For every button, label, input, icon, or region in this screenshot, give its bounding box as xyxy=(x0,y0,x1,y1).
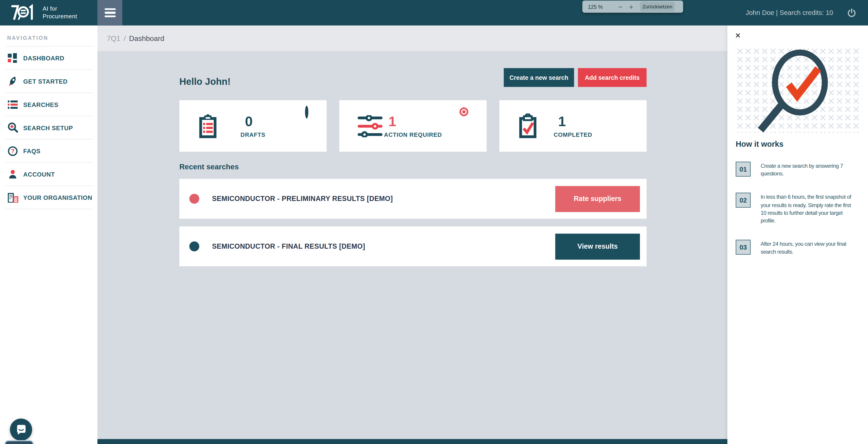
hamburger-icon xyxy=(104,8,116,10)
magnifier-illustration xyxy=(736,47,862,133)
buildings-icon xyxy=(7,192,18,202)
how-it-works-panel: × How it works xyxy=(727,26,868,444)
search-title: SEMICONDUCTOR - PRELIMINARY RESULTS [DEM… xyxy=(212,195,393,202)
step-text: In less than 6 hours, the first snapshot… xyxy=(761,193,851,225)
help-step-2: 02 In less than 6 hours, the first snaps… xyxy=(736,193,864,225)
brand-logo[interactable]: AI for Procurement xyxy=(0,0,97,26)
brand-tagline: AI for Procurement xyxy=(43,5,77,20)
sidebar-item-get-started[interactable]: GET STARTED xyxy=(0,70,97,92)
zoom-reset-button[interactable]: Zurücksetzen xyxy=(640,2,675,11)
dashboard-content: Hello John! Create a new search Add sear… xyxy=(97,51,727,266)
clipboard-list-icon xyxy=(197,113,218,139)
target-icon xyxy=(460,107,468,116)
sidebar-item-dashboard[interactable]: DASHBOARD xyxy=(0,46,97,69)
search-title: SEMICONDUCTOR - FINAL RESULTS [DEMO] xyxy=(212,243,365,250)
help-steps: 01 Create a new search by answering 7 qu… xyxy=(736,162,864,271)
content-header: Hello John! Create a new search Add sear… xyxy=(179,68,647,88)
status-dot-completed xyxy=(189,242,199,251)
recent-searches-heading: Recent searches xyxy=(179,163,647,171)
search-row-preliminary: SEMICONDUCTOR - PRELIMINARY RESULTS [DEM… xyxy=(179,179,647,219)
person-icon xyxy=(7,169,18,179)
rocket-icon xyxy=(7,76,18,87)
clipboard-check-icon xyxy=(518,113,538,139)
body-row: NAVIGATION DASHBOARD xyxy=(0,26,868,444)
power-icon xyxy=(847,8,856,17)
stat-label: ACTION REQUIRED xyxy=(384,131,442,138)
sidebar-item-your-organisation[interactable]: YOUR ORGANISATION xyxy=(0,186,97,209)
breadcrumb-current: Dashboard xyxy=(129,34,164,42)
stat-card-drafts[interactable]: 0 DRAFTS xyxy=(179,100,327,152)
question-circle-icon: ? xyxy=(7,146,18,156)
stat-card-completed[interactable]: 1 COMPLETED xyxy=(499,100,647,152)
list-icon xyxy=(7,100,18,109)
sidebar: NAVIGATION DASHBOARD xyxy=(0,26,97,444)
nav-section-label: NAVIGATION xyxy=(7,35,97,41)
header-actions: Create a new search Add search credits xyxy=(504,68,647,87)
close-icon[interactable]: × xyxy=(735,31,741,40)
stat-value: 0 xyxy=(245,114,253,129)
help-step-3: 03 After 24 hours, you can view your fin… xyxy=(736,240,864,256)
rate-suppliers-button[interactable]: Rate suppliers xyxy=(555,186,640,212)
add-credits-button[interactable]: Add search credits xyxy=(578,68,647,87)
app-root: AI for Procurement 125 % − + Zurücksetze… xyxy=(0,0,868,444)
stat-value-block: 1 COMPLETED xyxy=(554,114,592,138)
divider xyxy=(5,209,92,209)
browser-zoom-popup: 125 % − + Zurücksetzen xyxy=(582,0,683,13)
create-search-button[interactable]: Create a new search xyxy=(504,68,574,87)
top-bar: AI for Procurement 125 % − + Zurücksetze… xyxy=(0,0,868,26)
main-area: 7Q1 / Dashboard Hello John! Create a new… xyxy=(97,26,727,444)
sliders-icon xyxy=(358,115,382,137)
step-number: 02 xyxy=(736,193,751,208)
help-step-1: 01 Create a new search by answering 7 qu… xyxy=(736,162,864,178)
step-text: After 24 hours, you can view your final … xyxy=(761,240,846,256)
step-text: Create a new search by answering 7 quest… xyxy=(761,162,843,178)
sidebar-toggle-button[interactable] xyxy=(97,0,122,26)
magnifier-plus-icon xyxy=(7,122,18,133)
breadcrumb: 7Q1 / Dashboard xyxy=(97,26,727,51)
step-number: 01 xyxy=(736,162,751,177)
zoom-level-value: 125 % xyxy=(588,4,603,10)
stat-label: DRAFTS xyxy=(241,131,266,138)
breadcrumb-separator: / xyxy=(124,34,126,42)
footer-strip xyxy=(97,439,727,444)
viewport-scaler: AI for Procurement 125 % − + Zurücksetze… xyxy=(0,0,868,444)
search-row-final: SEMICONDUCTOR - FINAL RESULTS [DEMO] Vie… xyxy=(179,226,647,266)
svg-text:?: ? xyxy=(11,148,14,154)
stat-label: COMPLETED xyxy=(554,131,592,138)
view-results-button[interactable]: View results xyxy=(555,233,640,259)
chat-widget-peek[interactable] xyxy=(4,440,34,444)
status-dot-action-required xyxy=(189,194,199,204)
help-heading: How it works xyxy=(736,139,783,148)
sidebar-item-searches[interactable]: SEARCHES xyxy=(0,93,97,116)
user-credits-info: John Doe | Search credits: 10 xyxy=(746,9,833,17)
sidebar-item-faqs[interactable]: ? FAQS xyxy=(0,139,97,162)
hollow-circle-icon xyxy=(305,107,308,117)
stats-row: 0 DRAFTS xyxy=(179,100,647,152)
logo-7q1-icon xyxy=(8,3,39,22)
stat-value-block: 1 ACTION REQUIRED xyxy=(384,114,442,138)
stat-value: 1 xyxy=(388,114,396,129)
chat-bubble-icon xyxy=(15,424,27,435)
chat-launcher-button[interactable] xyxy=(10,418,32,441)
page-title: Hello John! xyxy=(179,76,230,88)
step-number: 03 xyxy=(736,240,751,255)
sidebar-item-account[interactable]: ACCOUNT xyxy=(0,163,97,185)
magnifier-check-icon xyxy=(736,47,862,133)
zoom-in-button[interactable]: + xyxy=(629,2,633,11)
zoom-out-button[interactable]: − xyxy=(618,2,622,11)
dashboard-grid-icon xyxy=(7,53,18,63)
breadcrumb-root-link[interactable]: 7Q1 xyxy=(107,34,121,42)
stat-value-block: 0 DRAFTS xyxy=(241,114,266,138)
sidebar-item-search-setup[interactable]: SEARCH SETUP xyxy=(0,116,97,139)
stat-card-action-required[interactable]: 1 ACTION REQUIRED xyxy=(339,100,487,152)
logout-button[interactable] xyxy=(847,8,856,17)
stat-value: 1 xyxy=(558,114,566,129)
